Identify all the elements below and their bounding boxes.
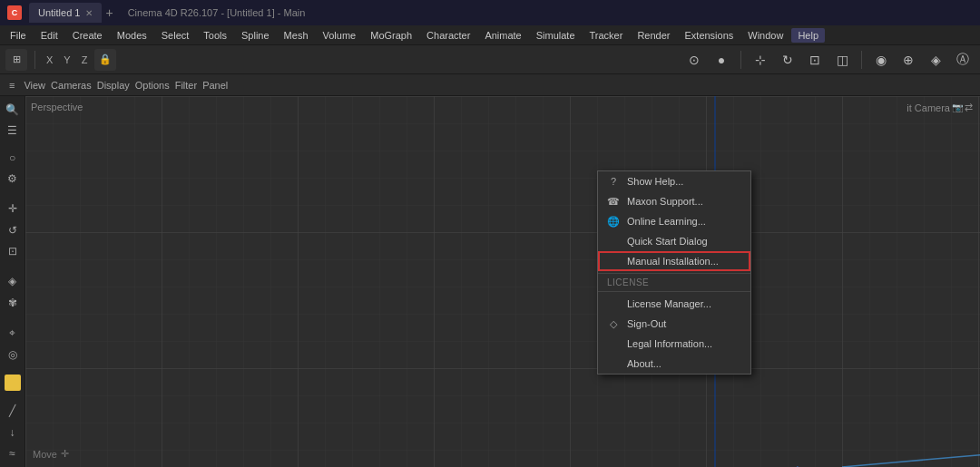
lt-rotate-icon[interactable]: ↺ — [3, 220, 23, 239]
lt-scale-icon[interactable]: ⊡ — [3, 242, 23, 261]
help-online-learning-label: Online Learning... — [627, 216, 706, 227]
help-online-learning[interactable]: 🌐 Online Learning... — [598, 211, 750, 231]
help-signout-icon: ◇ — [607, 318, 620, 330]
toolbar2-hamburger-icon[interactable]: ≡ — [5, 78, 18, 92]
menu-animate[interactable]: Animate — [478, 28, 527, 43]
viewport-camera-label: it Camera 📷 ⇄ — [906, 102, 973, 113]
help-maxon-support[interactable]: ☎ Maxon Support... — [598, 191, 750, 211]
help-about-label: About... — [627, 358, 662, 369]
svg-rect-1 — [25, 96, 980, 467]
help-phone-icon: ☎ — [607, 196, 620, 208]
tab-close-icon[interactable]: ✕ — [85, 8, 93, 18]
help-question-icon: ? — [607, 176, 620, 187]
move-cross-icon: ✛ — [61, 448, 69, 460]
menu-file[interactable]: File — [4, 28, 33, 43]
lt-wave-icon[interactable]: ≈ — [3, 443, 23, 462]
help-legal-info[interactable]: Legal Information... — [598, 334, 750, 354]
toolbar-sep-1 — [34, 51, 35, 69]
lt-gear-icon[interactable]: ⚙ — [3, 169, 23, 188]
toolbar-scale-icon[interactable]: ⊡ — [803, 48, 827, 72]
toolbar-scene-icon[interactable]: ◈ — [924, 48, 947, 72]
toolbar-render2-icon[interactable]: ⊕ — [897, 48, 920, 72]
toolbar-obj-icon[interactable]: Ⓐ — [951, 48, 975, 72]
menu-simulate[interactable]: Simulate — [530, 28, 582, 43]
menu-window[interactable]: Window — [741, 28, 789, 43]
tab-bar: Untitled 1 ✕ + — [29, 0, 113, 25]
menu-help[interactable]: Help — [791, 28, 825, 43]
full-title: Cinema 4D R26.107 - [Untitled 1] - Main — [128, 7, 306, 18]
help-manual-installation[interactable]: Manual Installation... — [598, 251, 750, 271]
help-show-help-label: Show Help... — [627, 176, 683, 187]
tab-title: Untitled 1 — [38, 7, 80, 18]
camera-arrows: ⇄ — [965, 102, 973, 113]
lt-circle-icon[interactable]: ○ — [3, 148, 23, 167]
menu-spline[interactable]: Spline — [235, 28, 276, 43]
toolbar2-view[interactable]: View — [24, 80, 45, 91]
viewport[interactable]: Perspective it Camera 📷 ⇄ Move ✛ ? Show … — [25, 96, 980, 467]
help-legal-info-label: Legal Information... — [627, 338, 712, 349]
toolbar-y-label: Y — [60, 54, 74, 65]
menu-character[interactable]: Character — [420, 28, 476, 43]
menu-mograph[interactable]: MoGraph — [364, 28, 418, 43]
menu-volume[interactable]: Volume — [317, 28, 363, 43]
help-separator-2 — [598, 291, 750, 292]
toolbar-coord-icon[interactable]: ◫ — [830, 48, 854, 72]
toolbar2-panel[interactable]: Panel — [202, 80, 228, 91]
toolbar2-display[interactable]: Display — [97, 80, 130, 91]
lt-move-icon[interactable]: ✛ — [3, 199, 23, 219]
toolbar-lock-icon[interactable]: 🔒 — [94, 49, 116, 71]
lt-search-icon[interactable]: 🔍 — [3, 100, 23, 119]
toolbar2-cameras[interactable]: Cameras — [51, 80, 92, 91]
toolbar-grid-icon[interactable]: ⊞ — [5, 49, 27, 71]
left-toolbar: 🔍 ☰ ○ ⚙ ✛ ↺ ⊡ ◈ ✾ ⌖ ◎ ╱ ↓ ≈ — [0, 96, 25, 467]
title-bar: C Untitled 1 ✕ + Cinema 4D R26.107 - [Un… — [0, 0, 980, 25]
menu-render[interactable]: Render — [631, 28, 676, 43]
lt-cursor-icon[interactable]: ☰ — [3, 121, 23, 140]
toolbar: ⊞ X Y Z 🔒 ⊙ ● ⊹ ↻ ⊡ ◫ ◉ ⊕ ◈ Ⓐ — [0, 45, 980, 74]
lt-line-icon[interactable]: ╱ — [3, 402, 23, 421]
help-manual-installation-label: Manual Installation... — [627, 256, 719, 267]
menu-tools[interactable]: Tools — [197, 28, 233, 43]
help-sign-out[interactable]: ◇ Sign-Out — [598, 314, 750, 334]
main-area: 🔍 ☰ ○ ⚙ ✛ ↺ ⊡ ◈ ✾ ⌖ ◎ ╱ ↓ ≈ — [0, 96, 980, 467]
lt-color-icon[interactable] — [5, 375, 21, 391]
camera-icon: 📷 — [952, 102, 963, 112]
viewport-move-label: Move ✛ — [33, 448, 69, 460]
help-maxon-support-label: Maxon Support... — [627, 196, 703, 207]
help-license-section: License — [598, 276, 750, 289]
menu-create[interactable]: Create — [66, 28, 109, 43]
toolbar-sep-2 — [740, 51, 741, 69]
menu-select[interactable]: Select — [155, 28, 196, 43]
right-toolbar: ⊙ ● ⊹ ↻ ⊡ ◫ ◉ ⊕ ◈ Ⓐ — [682, 48, 975, 72]
toolbar-x-label: X — [43, 54, 56, 65]
app-icon: C — [7, 5, 22, 20]
toolbar2-filter[interactable]: Filter — [175, 80, 197, 91]
toolbar-circle-icon[interactable]: ⊙ — [682, 48, 706, 72]
help-quick-start[interactable]: Quick Start Dialog — [598, 231, 750, 251]
tab-add-icon[interactable]: + — [105, 5, 113, 20]
toolbar-rotate-icon[interactable]: ↻ — [776, 48, 799, 72]
menu-mesh[interactable]: Mesh — [278, 28, 315, 43]
untitled-tab[interactable]: Untitled 1 ✕ — [29, 3, 102, 23]
help-license-manager-label: License Manager... — [627, 298, 711, 309]
toolbar2: ≡ View Cameras Display Options Filter Pa… — [0, 74, 980, 96]
toolbar-record-icon[interactable]: ● — [710, 48, 733, 72]
help-separator-1 — [598, 273, 750, 274]
menu-extensions[interactable]: Extensions — [678, 28, 740, 43]
lt-brush-icon[interactable]: ⌖ — [3, 323, 23, 342]
toolbar2-options[interactable]: Options — [135, 80, 170, 91]
toolbar-move-icon[interactable]: ⊹ — [749, 48, 772, 72]
lt-arrow-icon[interactable]: ↓ — [3, 423, 23, 442]
menu-modes[interactable]: Modes — [111, 28, 153, 43]
lt-spline-icon[interactable]: ✾ — [3, 293, 23, 312]
help-show-help[interactable]: ? Show Help... — [598, 171, 750, 191]
toolbar-z-label: Z — [78, 54, 92, 65]
menu-tracker[interactable]: Tracker — [583, 28, 630, 43]
toolbar-render-icon[interactable]: ◉ — [869, 48, 893, 72]
menu-edit[interactable]: Edit — [34, 28, 64, 43]
menu-bar: File Edit Create Modes Select Tools Spli… — [0, 25, 980, 45]
lt-paint-icon[interactable]: ◎ — [3, 345, 23, 364]
help-about[interactable]: About... — [598, 354, 750, 374]
lt-poly-icon[interactable]: ◈ — [3, 272, 23, 291]
help-license-manager[interactable]: License Manager... — [598, 294, 750, 314]
